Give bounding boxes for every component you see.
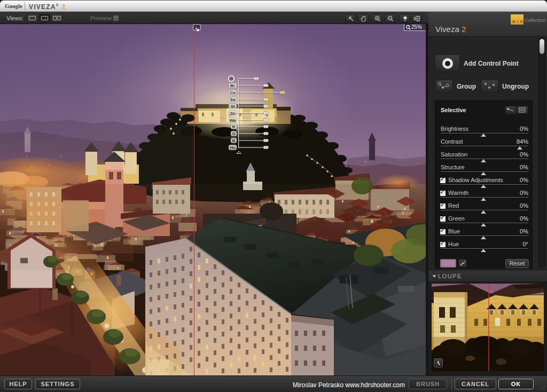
svg-text:Hu: Hu [230, 145, 236, 150]
svg-text:Co: Co [230, 90, 236, 95]
svg-text:R: R [232, 124, 236, 129]
svg-text:B: B [232, 138, 236, 143]
svg-text:Sa: Sa [230, 97, 236, 102]
svg-text:G: G [232, 131, 235, 136]
svg-text:Br: Br [230, 83, 235, 88]
svg-text:St: St [231, 104, 235, 109]
svg-text:Wa: Wa [230, 118, 236, 123]
svg-text:Sh: Sh [230, 111, 235, 116]
